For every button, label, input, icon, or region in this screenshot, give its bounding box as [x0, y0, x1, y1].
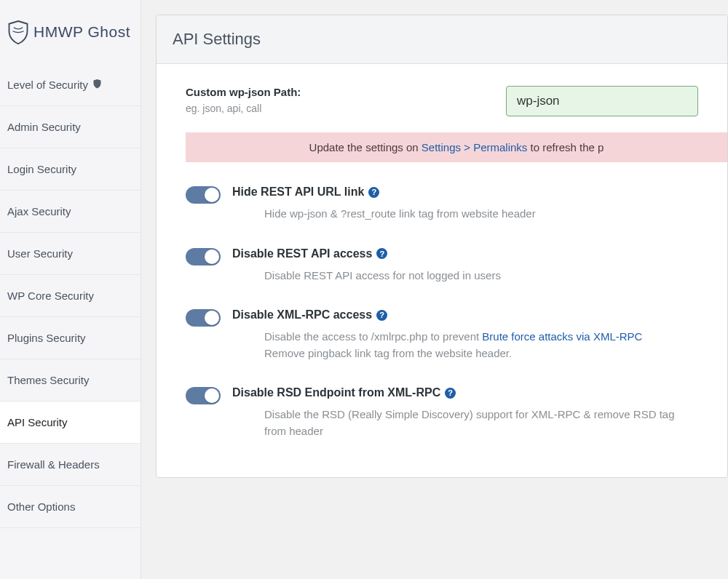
toggle-switch[interactable] — [186, 309, 221, 327]
panel-title: API Settings — [157, 15, 727, 64]
brand-name: HMWP Ghost — [33, 23, 130, 41]
sidebar-item-label: Themes Security — [7, 374, 90, 386]
field-hint: eg. json, api, call — [186, 103, 491, 114]
toggle-hide-rest-api-url: Hide REST API URL link ? Hide wp-json & … — [157, 177, 727, 239]
toggle-disable-rest-api-access: Disable REST API access ? Disable REST A… — [157, 239, 727, 300]
toggle-title: Disable RSD Endpoint from XML-RPC ? — [232, 386, 698, 399]
field-label-block: Custom wp-json Path: eg. json, api, call — [186, 86, 491, 114]
custom-wpjson-field-row: Custom wp-json Path: eg. json, api, call — [157, 86, 727, 125]
toggle-title-text: Disable XML-RPC access — [232, 308, 372, 322]
toggle-title: Disable REST API access ? — [232, 247, 698, 260]
toggle-content: Hide REST API URL link ? Hide wp-json & … — [232, 185, 698, 223]
help-icon[interactable]: ? — [376, 248, 387, 259]
toggle-desc: Disable REST API access for not logged i… — [232, 268, 698, 284]
content: API Settings Custom wp-json Path: eg. js… — [141, 0, 728, 579]
shield-icon — [92, 79, 102, 91]
sidebar-item-label: WP Core Security — [7, 290, 94, 302]
brand: HMWP Ghost — [0, 0, 141, 64]
toggle-switch[interactable] — [186, 387, 221, 404]
sidebar-item-label: Admin Security — [7, 121, 81, 133]
notice-suffix: to refresh the p — [527, 141, 604, 153]
toggle-content: Disable REST API access ? Disable REST A… — [232, 247, 698, 284]
brute-force-link[interactable]: Brute force attacks via XML-RPC — [482, 330, 642, 343]
toggle-title-text: Disable RSD Endpoint from XML-RPC — [232, 386, 440, 399]
sidebar-item-level-of-security[interactable]: Level of Security — [0, 64, 141, 106]
sidebar-item-login-security[interactable]: Login Security — [0, 148, 141, 191]
sidebar-item-wp-core-security[interactable]: WP Core Security — [0, 275, 141, 317]
toggle-disable-xmlrpc-access: Disable XML-RPC access ? Disable the acc… — [157, 300, 727, 378]
toggle-desc: Hide wp-json & ?rest_route link tag from… — [232, 206, 698, 223]
sidebar-item-label: API Security — [7, 416, 68, 428]
toggle-title: Hide REST API URL link ? — [232, 185, 698, 199]
toggle-content: Disable RSD Endpoint from XML-RPC ? Disa… — [232, 386, 698, 439]
sidebar: HMWP Ghost Level of Security Admin Secur… — [0, 0, 141, 579]
permalink-notice: Update the settings on Settings > Permal… — [186, 132, 727, 162]
sidebar-item-other-options[interactable]: Other Options — [0, 486, 141, 528]
sidebar-item-user-security[interactable]: User Security — [0, 233, 141, 275]
toggle-switch[interactable] — [186, 186, 221, 204]
wpjson-path-input[interactable] — [506, 86, 698, 116]
toggle-disable-rsd-endpoint: Disable RSD Endpoint from XML-RPC ? Disa… — [157, 378, 727, 455]
toggle-desc: Disable the access to /xmlrpc.php to pre… — [232, 329, 698, 362]
notice-prefix: Update the settings on — [309, 141, 422, 153]
sidebar-item-label: Plugins Security — [7, 332, 86, 344]
sidebar-item-label: Login Security — [7, 163, 76, 175]
sidebar-item-label: Firewall & Headers — [7, 458, 100, 471]
sidebar-item-api-security[interactable]: API Security — [0, 402, 141, 444]
desc-prefix: Disable the access to /xmlrpc.php to pre… — [264, 330, 482, 343]
panel-body: Custom wp-json Path: eg. json, api, call… — [157, 64, 727, 477]
sidebar-item-ajax-security[interactable]: Ajax Security — [0, 191, 141, 233]
help-icon[interactable]: ? — [376, 310, 387, 321]
sidebar-item-firewall-headers[interactable]: Firewall & Headers — [0, 444, 141, 486]
sidebar-item-label: User Security — [7, 247, 73, 260]
notice-link[interactable]: Settings > Permalinks — [422, 141, 527, 153]
sidebar-item-plugins-security[interactable]: Plugins Security — [0, 317, 141, 359]
sidebar-item-admin-security[interactable]: Admin Security — [0, 106, 141, 148]
sidebar-item-label: Ajax Security — [7, 205, 71, 217]
toggle-title: Disable XML-RPC access ? — [232, 308, 698, 322]
toggle-content: Disable XML-RPC access ? Disable the acc… — [232, 308, 698, 362]
sidebar-item-label: Level of Security — [7, 79, 88, 91]
toggle-title-text: Hide REST API URL link — [232, 185, 364, 199]
desc-line2: Remove pingback link tag from the websit… — [264, 346, 698, 362]
toggle-desc: Disable the RSD (Really Simple Discovery… — [232, 407, 698, 439]
help-icon[interactable]: ? — [368, 187, 379, 198]
help-icon[interactable]: ? — [445, 388, 456, 399]
api-settings-panel: API Settings Custom wp-json Path: eg. js… — [156, 15, 728, 478]
toggle-switch[interactable] — [186, 248, 221, 265]
sidebar-item-themes-security[interactable]: Themes Security — [0, 359, 141, 402]
field-label: Custom wp-json Path: — [186, 86, 491, 98]
toggle-title-text: Disable REST API access — [232, 247, 372, 260]
brand-shield-icon — [7, 19, 29, 45]
sidebar-item-label: Other Options — [7, 500, 75, 513]
